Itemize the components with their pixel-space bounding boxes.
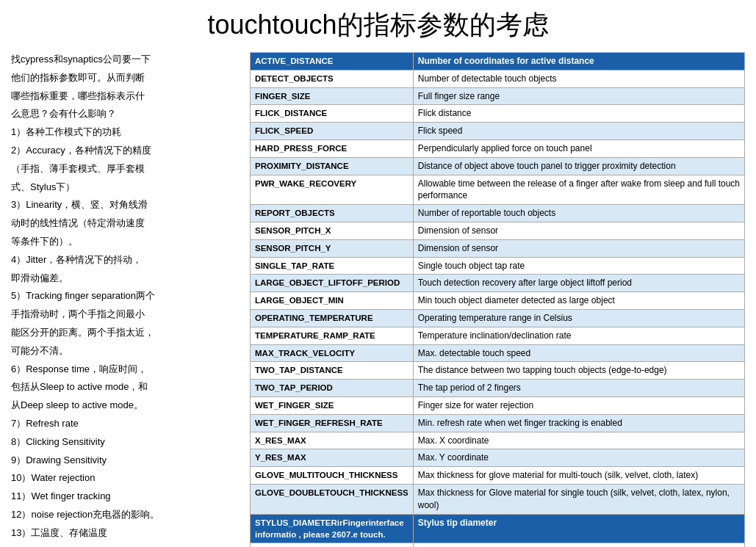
left-text-line: 从Deep sleep to active mode。	[11, 398, 239, 413]
right-panel: ACTIVE_DISTANCENumber of coordinates for…	[250, 52, 745, 547]
param-name: REPORT_OBJECTS	[251, 205, 414, 222]
param-name: SENSOR_PITCH_Y	[251, 239, 414, 257]
table-row: SENSOR_PITCH_YDimension of sensor	[251, 239, 745, 257]
left-text-line: 11）Wet finger tracking	[11, 489, 239, 504]
table-row: DETECT_OBJECTSNumber of detectable touch…	[251, 70, 745, 87]
table-row: PROXIMITY_DISTANCEDistance of object abo…	[251, 157, 745, 175]
table-row: X_RES_MAXMax. X coordinate	[251, 432, 745, 449]
table-row: TWO_TAP_DISTANCEThe distance between two…	[251, 362, 745, 380]
table-row: STYLUS_DETECTNumber of detectable stylus…	[251, 543, 745, 547]
param-name: GLOVE_DOUBLETOUCH_THICKNESS	[251, 484, 414, 514]
param-desc: Full finger size range	[413, 87, 744, 105]
table-row: TWO_TAP_PERIODThe tap period of 2 finger…	[251, 380, 745, 397]
left-text-line: 么意思？会有什么影响？	[11, 106, 239, 122]
param-name: MAX_TRACK_VELOCITY	[251, 344, 414, 362]
table-row: SINGLE_TAP_RATESingle touch object tap r…	[251, 257, 745, 275]
table-row: WET_FINGER_SIZEFinger size for water rej…	[251, 396, 745, 414]
param-desc: Dimension of sensor	[413, 222, 744, 239]
page: touchtouch的指标参数的考虑 找cypress和synaptics公司要…	[0, 0, 756, 547]
left-text-line: 4）Jitter，各种情况下的抖动，	[11, 253, 239, 268]
param-name: GLOVE_MULTITOUCH_THICKNESS	[251, 467, 414, 485]
left-text-line: 7）Refresh rate	[11, 416, 239, 432]
table-row: ACTIVE_DISTANCENumber of coordinates for…	[251, 53, 745, 70]
left-text-line: 可能分不清。	[11, 344, 239, 359]
param-desc: Min touch object diameter detected as la…	[413, 292, 744, 310]
param-desc: Max. Y coordinate	[413, 449, 744, 467]
left-text-line: 8）Clicking Sensitivity	[11, 435, 239, 450]
param-desc: Finger size for water rejection	[413, 396, 744, 414]
left-text-line: 10）Water rejection	[11, 471, 239, 486]
param-name: PROXIMITY_DISTANCE	[251, 157, 414, 175]
table-row: OPERATING_TEMPERATUREOperating temperatu…	[251, 309, 745, 327]
table-row: Y_RES_MAXMax. Y coordinate	[251, 449, 745, 467]
table-row: TEMPERATURE_RAMP_RATETemperature inclina…	[251, 327, 745, 344]
param-desc: Allowable time between the release of a …	[413, 175, 744, 205]
left-text-line: 包括从Sleep to active mode，和	[11, 380, 239, 395]
left-text-line: 2）Accuracy，各种情况下的精度	[11, 143, 239, 159]
table-row: PWR_WAKE_RECOVERYAllowable time between …	[251, 175, 745, 205]
param-name: HARD_PRESS_FORCE	[251, 140, 414, 157]
param-name: TEMPERATURE_RAMP_RATE	[251, 327, 414, 344]
param-name: OPERATING_TEMPERATURE	[251, 309, 414, 327]
param-name: TWO_TAP_PERIOD	[251, 380, 414, 397]
param-desc: Number of reportable touch objects	[413, 205, 744, 222]
left-text-line: 13）工温度、存储温度	[11, 526, 239, 541]
param-desc: Distance of object above touch panel to …	[413, 157, 744, 175]
param-desc: Max. X coordinate	[413, 432, 744, 449]
param-desc: Max thickness for glove material for mul…	[413, 467, 744, 485]
left-text-line: 找cypress和synaptics公司要一下	[11, 52, 239, 68]
table-row: REPORT_OBJECTSNumber of reportable touch…	[251, 205, 745, 222]
param-name: Y_RES_MAX	[251, 449, 414, 467]
left-text-line: 12）noise rejection充电器的影响。	[11, 507, 239, 523]
left-text-line: 式、Stylus下）	[11, 180, 239, 195]
left-panel: 找cypress和synaptics公司要一下他们的指标参数即可。从而判断哪些指…	[11, 52, 239, 547]
table-row: LARGE_OBJECT_LIFTOFF_PERIODTouch detecti…	[251, 275, 745, 292]
param-desc: Perpendicularly applied force on touch p…	[413, 140, 744, 157]
table-row: FLICK_DISTANCEFlick distance	[251, 105, 745, 123]
param-name: SINGLE_TAP_RATE	[251, 257, 414, 275]
left-text-line: 哪些指标重要，哪些指标表示什	[11, 89, 239, 104]
param-desc: Min. refresh rate when wet finger tracki…	[413, 414, 744, 432]
left-text-line: 9）Drawing Sensitivity	[11, 453, 239, 468]
table-row: FINGER_SIZEFull finger size range	[251, 87, 745, 105]
param-name: TWO_TAP_DISTANCE	[251, 362, 414, 380]
param-name: FLICK_SPEED	[251, 123, 414, 140]
table-row: GLOVE_DOUBLETOUCH_THICKNESSMax thickness…	[251, 484, 745, 514]
param-name: FINGER_SIZE	[251, 87, 414, 105]
left-text-line: 3）Linearity，横、竖、对角线滑	[11, 198, 239, 213]
param-name: STYLUS_DIAMETERirFingerinterface informa…	[251, 514, 414, 543]
param-name: WET_FINGER_SIZE	[251, 396, 414, 414]
param-name: STYLUS_DETECT	[251, 543, 414, 547]
left-text-line: （手指、薄手套模式、厚手套模	[11, 162, 239, 177]
table-row: SENSOR_PITCH_XDimension of sensor	[251, 222, 745, 239]
left-text-line: 6）Response time，响应时间，	[11, 362, 239, 377]
param-desc: Max thickness for Glove material for sin…	[413, 484, 744, 514]
param-desc: The tap period of 2 fingers	[413, 380, 744, 397]
param-name: PWR_WAKE_RECOVERY	[251, 175, 414, 205]
param-desc: Number of detectable touch objects	[413, 70, 744, 87]
table-row: FLICK_SPEEDFlick speed	[251, 123, 745, 140]
table-row: LARGE_OBJECT_MINMin touch object diamete…	[251, 292, 745, 310]
page-title: touchtouch的指标参数的考虑	[11, 7, 745, 43]
left-text-line: 等条件下的）。	[11, 234, 239, 250]
left-text-line: 他们的指标参数即可。从而判断	[11, 70, 239, 86]
param-desc: Flick distance	[413, 105, 744, 123]
param-name: ACTIVE_DISTANCE	[251, 53, 414, 70]
left-text-line: 即滑动偏差。	[11, 271, 239, 286]
param-name: LARGE_OBJECT_LIFTOFF_PERIOD	[251, 275, 414, 292]
left-text-line: 5）Tracking finger separation两个	[11, 289, 239, 304]
param-desc: Dimension of sensor	[413, 239, 744, 257]
param-name: LARGE_OBJECT_MIN	[251, 292, 414, 310]
param-name: DETECT_OBJECTS	[251, 70, 414, 87]
left-text-line: 能区分开的距离。两个手指太近，	[11, 325, 239, 341]
left-text-line: 动时的线性情况（特定滑动速度	[11, 216, 239, 231]
param-desc: Operating temperature range in Celsius	[413, 309, 744, 327]
table-row: HARD_PRESS_FORCEPerpendicularly applied …	[251, 140, 745, 157]
param-desc: Number of detectable stylus number	[413, 543, 744, 547]
content-area: 找cypress和synaptics公司要一下他们的指标参数即可。从而判断哪些指…	[11, 52, 745, 547]
table-row: WET_FINGER_REFRESH_RATEMin. refresh rate…	[251, 414, 745, 432]
param-name: FLICK_DISTANCE	[251, 105, 414, 123]
param-desc: Touch detection recovery after large obj…	[413, 275, 744, 292]
param-desc: Single touch object tap rate	[413, 257, 744, 275]
param-desc: Stylus tip diameter	[413, 514, 744, 543]
